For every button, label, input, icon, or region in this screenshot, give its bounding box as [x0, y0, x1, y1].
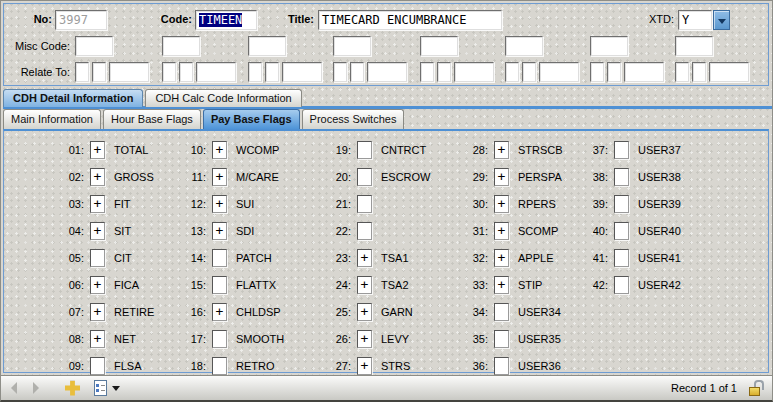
flag-label: CNTRCT: [381, 144, 426, 156]
misc-code-input[interactable]: [420, 36, 458, 56]
flag-checkbox-15[interactable]: [212, 276, 227, 294]
tab-hour-base-flags[interactable]: Hour Base Flags: [103, 109, 201, 129]
flag-checkbox-34[interactable]: [494, 303, 509, 321]
xtd-input[interactable]: Y: [678, 10, 712, 30]
tab-cdh-detail-information[interactable]: CDH Detail Information: [3, 89, 143, 107]
flag-checkbox-11[interactable]: +: [212, 168, 227, 186]
relate-to-input-small[interactable]: [179, 62, 193, 82]
flag-checkbox-32[interactable]: +: [494, 249, 509, 267]
no-input[interactable]: 3997: [55, 10, 107, 30]
relate-to-input-large[interactable]: [367, 62, 407, 82]
tab-process-switches[interactable]: Process Switches: [302, 109, 405, 129]
flag-checkbox-09[interactable]: [90, 357, 105, 375]
prev-record-icon[interactable]: [11, 382, 17, 394]
relate-to-input-small[interactable]: [607, 62, 621, 82]
relate-to-input-small[interactable]: [437, 62, 451, 82]
flag-checkbox-36[interactable]: [494, 357, 509, 375]
flag-checkbox-18[interactable]: [212, 357, 227, 375]
misc-code-input[interactable]: [162, 36, 200, 56]
flag-checkbox-27[interactable]: +: [357, 357, 372, 375]
flag-checkbox-30[interactable]: +: [494, 195, 509, 213]
flag-checkbox-01[interactable]: +: [90, 141, 105, 159]
flag-row: 26:+LEVY: [321, 330, 431, 348]
relate-to-input-large[interactable]: [196, 62, 236, 82]
flag-checkbox-02[interactable]: +: [90, 168, 105, 186]
flag-checkbox-23[interactable]: +: [357, 249, 372, 267]
relate-to-input-small[interactable]: [692, 62, 706, 82]
add-record-icon[interactable]: [65, 381, 80, 396]
flag-checkbox-35[interactable]: [494, 330, 509, 348]
relate-to-input-small[interactable]: [333, 62, 347, 82]
flag-label: TOTAL: [114, 144, 148, 156]
flag-label: USER35: [518, 333, 561, 345]
flag-row: 19:CNTRCT: [321, 141, 431, 159]
flag-checkbox-31[interactable]: +: [494, 222, 509, 240]
flag-checkbox-39[interactable]: [614, 195, 629, 213]
misc-code-input[interactable]: [75, 36, 113, 56]
flag-checkbox-05[interactable]: [90, 249, 105, 267]
code-input[interactable]: TIMEEN: [195, 10, 257, 30]
misc-code-input[interactable]: [675, 36, 713, 56]
flag-checkbox-07[interactable]: +: [90, 303, 105, 321]
relate-to-input-small[interactable]: [265, 62, 279, 82]
relate-to-input-small[interactable]: [162, 62, 176, 82]
relate-to-input-small[interactable]: [420, 62, 434, 82]
flag-checkbox-29[interactable]: +: [494, 168, 509, 186]
flag-number-label: 01:: [54, 144, 84, 156]
flag-checkbox-22[interactable]: [357, 222, 372, 240]
flag-checkbox-14[interactable]: [212, 249, 227, 267]
flag-checkbox-21[interactable]: [357, 195, 372, 213]
flag-number-label: 30:: [458, 198, 488, 210]
unlocked-icon[interactable]: [749, 380, 762, 396]
relate-to-input-small[interactable]: [248, 62, 262, 82]
flag-checkbox-13[interactable]: +: [212, 222, 227, 240]
flag-checkbox-10[interactable]: +: [212, 141, 227, 159]
tab-main-information[interactable]: Main Information: [3, 109, 101, 129]
relate-to-input-small[interactable]: [522, 62, 536, 82]
misc-code-input[interactable]: [590, 36, 628, 56]
title-input[interactable]: TIMECARD ENCUMBRANCE: [318, 10, 502, 30]
flag-row: 11:+M/CARE: [176, 168, 284, 186]
relate-to-input-small[interactable]: [92, 62, 106, 82]
relate-to-input-large[interactable]: [109, 62, 149, 82]
flag-checkbox-19[interactable]: [357, 141, 372, 159]
next-record-icon[interactable]: [33, 382, 39, 394]
flag-checkbox-20[interactable]: [357, 168, 372, 186]
flag-checkbox-28[interactable]: +: [494, 141, 509, 159]
flag-checkbox-12[interactable]: +: [212, 195, 227, 213]
relate-to-input-small[interactable]: [505, 62, 519, 82]
relate-to-input-small[interactable]: [75, 62, 89, 82]
flag-checkbox-33[interactable]: +: [494, 276, 509, 294]
misc-code-input[interactable]: [333, 36, 371, 56]
tab-pay-base-flags[interactable]: Pay Base Flags: [203, 109, 300, 129]
relate-to-input-large[interactable]: [709, 62, 749, 82]
flag-checkbox-40[interactable]: [614, 222, 629, 240]
flag-checkbox-24[interactable]: +: [357, 276, 372, 294]
relate-to-input-large[interactable]: [282, 62, 322, 82]
flag-checkbox-38[interactable]: [614, 168, 629, 186]
flag-checkbox-06[interactable]: +: [90, 276, 105, 294]
relate-to-input-large[interactable]: [624, 62, 664, 82]
flag-checkbox-37[interactable]: [614, 141, 629, 159]
flag-checkbox-16[interactable]: +: [212, 303, 227, 321]
flag-row: 33:+STIP: [458, 276, 563, 294]
relate-to-input-small[interactable]: [350, 62, 364, 82]
xtd-dropdown-button[interactable]: [713, 10, 730, 30]
flag-checkbox-42[interactable]: [614, 276, 629, 294]
flag-checkbox-41[interactable]: [614, 249, 629, 267]
flag-checkbox-04[interactable]: +: [90, 222, 105, 240]
flag-checkbox-25[interactable]: +: [357, 303, 372, 321]
relate-to-input-large[interactable]: [454, 62, 494, 82]
relate-to-input-small[interactable]: [675, 62, 689, 82]
relate-to-input-large[interactable]: [539, 62, 579, 82]
form-options-icon[interactable]: [94, 380, 107, 396]
flag-checkbox-08[interactable]: +: [90, 330, 105, 348]
misc-code-input[interactable]: [505, 36, 543, 56]
flag-checkbox-03[interactable]: +: [90, 195, 105, 213]
flag-checkbox-17[interactable]: [212, 330, 227, 348]
flag-checkbox-26[interactable]: +: [357, 330, 372, 348]
tab-cdh-calc-code-information[interactable]: CDH Calc Code Information: [145, 89, 301, 107]
misc-code-input[interactable]: [248, 36, 286, 56]
dropdown-caret-icon[interactable]: [112, 386, 120, 395]
relate-to-input-small[interactable]: [590, 62, 604, 82]
